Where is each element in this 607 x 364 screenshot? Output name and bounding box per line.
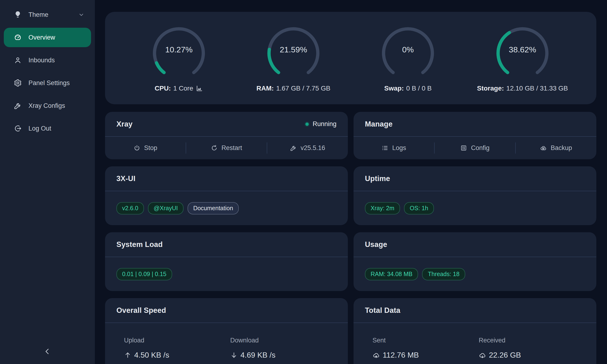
uptime-tags: Xray: 2mOS: 1h [354, 191, 596, 225]
uptime-card-title: Uptime [365, 174, 390, 183]
xray-status-badge: Running [305, 120, 336, 128]
user-icon [14, 56, 22, 64]
threexui-card-header: 3X-UI [105, 166, 348, 191]
stat-value-text: 4.69 KB /s [240, 351, 276, 360]
gauge-swap: 0%Swap:0 B / 0 B [372, 24, 444, 92]
sidebar-item-label: Theme [28, 11, 48, 18]
stat-label: Sent [372, 337, 479, 344]
cpu-gauge-ring: 10.27% [150, 24, 208, 82]
sidebar-item-panel-settings[interactable]: Panel Settings [4, 73, 91, 93]
sidebar-item-label: Overview [28, 34, 55, 41]
sidebar-item-inbounds[interactable]: Inbounds [4, 51, 91, 70]
threexui-card-title: 3X-UI [117, 174, 135, 183]
sidebar-item-label: Xray Configs [28, 102, 65, 109]
power-icon [133, 144, 140, 151]
stat-label: Upload [124, 337, 230, 344]
sidebar-item-xray-configs[interactable]: Xray Configs [4, 96, 91, 116]
chevron-left-icon [43, 347, 52, 356]
action-label: Logs [392, 144, 406, 152]
overall-speed-card-header: Overall Speed [105, 298, 348, 323]
gauge-icon [14, 33, 22, 41]
cloud-upload-icon [372, 351, 380, 359]
stat-value: 22.26 GB [479, 351, 585, 360]
upload-stat: Upload4.50 KB /s [124, 337, 230, 360]
swap-percent: 0% [379, 45, 437, 54]
action-label: v25.5.16 [301, 144, 325, 152]
system-load-card: System Load 0.01 | 0.09 | 0.15 [105, 232, 348, 291]
stat-value: 4.50 KB /s [124, 351, 230, 360]
sent-stat: Sent112.76 MB [372, 337, 479, 360]
gear-icon [14, 79, 22, 87]
gauge-ram: 21.59%RAM:1.67 GB / 7.75 GB [258, 24, 329, 92]
system-load-tags: 0.01 | 0.09 | 0.15 [105, 257, 348, 291]
stat-value: 4.69 KB /s [230, 351, 336, 360]
usage-tags: RAM: 34.08 MBThreads: 18 [354, 257, 596, 291]
storage-gauge-ring: 38.62% [493, 24, 552, 82]
sidebar-item-label: Panel Settings [28, 79, 70, 87]
usage-card-header: Usage [354, 232, 596, 257]
action-label: Restart [222, 144, 242, 152]
total-data-card-title: Total Data [365, 306, 400, 315]
storage-gauge-label: Storage:12.10 GB / 31.33 GB [477, 85, 568, 92]
sidebar-item-label: Log Out [28, 125, 51, 132]
chevron-down-icon [78, 12, 84, 18]
list-icon [382, 144, 388, 151]
arrow-down-icon [230, 351, 238, 359]
manage-card-title: Manage [365, 120, 393, 129]
stat-value: 112.76 MB [372, 351, 479, 360]
tag-threads-18: Threads: 18 [422, 268, 465, 280]
stat-value-text: 22.26 GB [489, 351, 521, 360]
swap-gauge-label: Swap:0 B / 0 B [384, 85, 432, 92]
ram-percent: 21.59% [264, 45, 322, 54]
tag-0-01-0-09-0-15: 0.01 | 0.09 | 0.15 [117, 268, 172, 280]
sidebar-collapse-button[interactable] [40, 345, 54, 359]
cards-grid: Xray Running StopRestartv25.5.16 Manage … [105, 112, 596, 364]
sidebar-item-log-out[interactable]: Log Out [4, 119, 91, 138]
xray-actions: StopRestartv25.5.16 [105, 137, 348, 159]
uptime-card-header: Uptime [354, 166, 596, 191]
manage-card: Manage LogsConfigBackup [354, 112, 596, 159]
action-label: Backup [551, 144, 572, 152]
restart-icon [211, 144, 218, 151]
restart-button[interactable]: Restart [186, 137, 267, 159]
sidebar-item-overview[interactable]: Overview [4, 28, 91, 47]
xray-card-title: Xray [117, 120, 132, 129]
usage-card-title: Usage [365, 240, 387, 249]
sidebar-item-theme[interactable]: Theme [4, 5, 91, 25]
tag-os-1h: OS: 1h [404, 202, 434, 214]
manage-actions: LogsConfigBackup [354, 137, 596, 159]
tag-documentation[interactable]: Documentation [187, 202, 239, 214]
tag-xrayui[interactable]: @XrayUI [148, 202, 184, 214]
stat-label: Received [479, 337, 585, 344]
stat-value-text: 112.76 MB [383, 351, 419, 360]
area-chart-icon[interactable] [196, 85, 203, 92]
lightbulb-icon [14, 11, 22, 19]
action-label: Config [471, 144, 489, 152]
stop-button[interactable]: Stop [105, 137, 186, 159]
cpu-gauge-label: CPU:1 Core [155, 85, 203, 92]
ram-gauge-label: RAM:1.67 GB / 7.75 GB [257, 85, 330, 92]
xray-card: Xray Running StopRestartv25.5.16 [105, 112, 348, 159]
threexui-card: 3X-UI v2.6.0@XrayUIDocumentation [105, 166, 348, 225]
usage-card: Usage RAM: 34.08 MBThreads: 18 [354, 232, 596, 291]
wrench-icon [14, 102, 22, 110]
overall-speed-card: Overall Speed Upload4.50 KB /sDownload4.… [105, 298, 348, 364]
gauge-cpu: 10.27%CPU:1 Core [144, 24, 215, 92]
cloud-backup-icon [540, 144, 547, 151]
stat-label: Download [230, 337, 336, 344]
arrow-up-icon [124, 351, 131, 359]
sidebar: ThemeOverviewInboundsPanel SettingsXray … [0, 0, 95, 364]
xray-card-header: Xray Running [105, 112, 348, 137]
ram-gauge-ring: 21.59% [264, 24, 322, 82]
sliders-icon [460, 144, 467, 151]
tag-v2-6-0[interactable]: v2.6.0 [117, 202, 144, 214]
status-label: Running [313, 120, 336, 128]
action-label: Stop [144, 144, 158, 152]
total-data-card: Total Data Sent112.76 MBReceived22.26 GB [354, 298, 596, 364]
overall-speed-card-title: Overall Speed [117, 306, 166, 315]
gauge-storage: 38.62%Storage:12.10 GB / 31.33 GB [487, 24, 558, 92]
logs-button[interactable]: Logs [354, 137, 434, 159]
v25-5-16-button[interactable]: v25.5.16 [267, 137, 348, 159]
config-button[interactable]: Config [435, 137, 515, 159]
backup-button[interactable]: Backup [516, 137, 596, 159]
